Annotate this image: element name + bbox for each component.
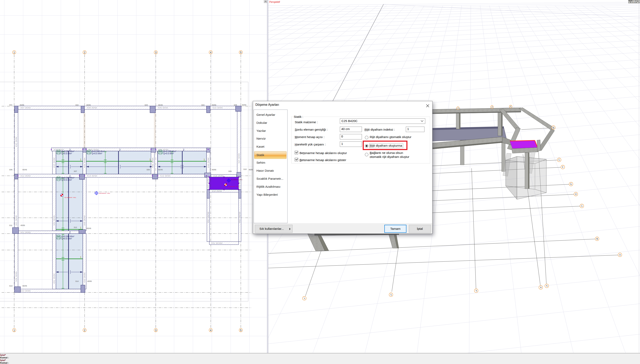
svg-text:2: 2	[84, 51, 85, 54]
svg-text:1: 1	[203, 158, 205, 161]
svg-text:R(J ARMAKAT : R01): R(J ARMAKAT : R01)	[65, 197, 76, 198]
svg-text:3: 3	[155, 51, 157, 54]
svg-text:D18: D18	[159, 150, 162, 152]
svg-text:P03 300/30: P03 300/30	[239, 212, 241, 223]
svg-text:45/65: 45/65	[242, 104, 246, 106]
svg-text:d=18: d=18	[57, 152, 60, 154]
svg-text:K54 30/60: K54 30/60	[84, 158, 86, 168]
svg-text:K15 25/50: K15 25/50	[213, 175, 224, 177]
svg-text:4: 4	[210, 51, 211, 54]
svg-text:S12: S12	[74, 226, 77, 228]
svg-text:45/65: 45/65	[87, 280, 92, 282]
svg-text:Perspektif: Perspektif	[269, 0, 280, 4]
svg-text:65/45: 65/45	[158, 104, 163, 106]
svg-text:K35 30/60: K35 30/60	[84, 215, 86, 225]
svg-text:2: 2	[69, 231, 71, 234]
svg-text:K14 30/60: K14 30/60	[160, 175, 170, 177]
svg-text:K21 30/60: K21 30/60	[21, 232, 31, 234]
svg-text:65/45: 65/45	[158, 169, 163, 171]
svg-text:3: 3	[155, 329, 157, 332]
svg-text:D20: D20	[57, 235, 60, 237]
svg-text:K10 30/60: K10 30/60	[213, 107, 223, 109]
svg-text:K09 30/60: K09 30/60	[158, 107, 168, 109]
svg-text:Q=0.5 tf/m²: Q=0.5 tf/m²	[163, 152, 174, 155]
svg-text:S02: S02	[75, 104, 79, 106]
svg-text:65/45: 65/45	[23, 285, 27, 287]
svg-text:1: 1	[80, 226, 81, 229]
svg-text:2: 2	[84, 329, 85, 332]
svg-text:K34 30/60: K34 30/60	[84, 272, 86, 282]
svg-text:K55 30/60: K55 30/60	[152, 158, 154, 168]
svg-text:P01 30/360: P01 30/360	[211, 242, 223, 244]
svg-text:S14: S14	[75, 280, 79, 282]
svg-text:Q=0.5 tf/m²: Q=0.5 tf/m²	[61, 152, 72, 155]
svg-text:45/65: 45/65	[86, 104, 91, 106]
svg-text:1: 1	[14, 329, 15, 332]
svg-text:S01: S01	[9, 104, 13, 106]
svg-text:K24 30/60: K24 30/60	[21, 290, 31, 292]
svg-text:K13 30/60: K13 30/60	[87, 175, 97, 177]
svg-text:K19 25/50: K19 25/50	[212, 190, 222, 192]
svg-text:S04: S04	[201, 104, 204, 106]
svg-text:K12 30/60: K12 30/60	[21, 175, 31, 177]
svg-text:S13: S13	[9, 285, 13, 287]
svg-text:S11: S11	[9, 224, 12, 226]
svg-text:d=18: d=18	[57, 179, 60, 181]
svg-text:5: 5	[240, 329, 242, 332]
svg-text:K32 30/60: K32 30/60	[15, 137, 17, 147]
svg-text:S06: S06	[9, 169, 13, 171]
svg-text:S03: S03	[145, 104, 148, 106]
svg-text:P02 300/30: P02 300/30	[207, 212, 209, 223]
svg-text:1: 1	[149, 158, 151, 161]
svg-text:Q=0.5 tf/m²: Q=0.5 tf/m²	[92, 152, 102, 155]
svg-text:D16: D16	[57, 150, 60, 152]
svg-text:45/65: 45/65	[212, 169, 216, 171]
svg-text:5: 5	[240, 51, 242, 54]
svg-text:45/65: 45/65	[212, 104, 216, 106]
svg-text:1: 1	[80, 256, 81, 259]
svg-text:K07 30/60: K07 30/60	[21, 107, 31, 109]
svg-text:Q=0.5 tf/m²: Q=0.5 tf/m²	[61, 238, 72, 240]
svg-text:K30 30/60: K30 30/60	[15, 272, 17, 282]
svg-text:K52 30/60: K52 30/60	[53, 215, 55, 225]
svg-text:K31 30/60: K31 30/60	[15, 215, 17, 225]
svg-text:D19: D19	[57, 176, 60, 178]
svg-text:K53 30/60: K53 30/60	[53, 158, 55, 168]
svg-text:5: 5	[510, 105, 511, 108]
svg-text:K44 30/60: K44 30/60	[207, 158, 209, 168]
svg-text:4: 4	[210, 329, 211, 332]
svg-text:R(J ARMAKAT : R01): R(J ARMAKAT : R01)	[231, 179, 242, 180]
svg-text:S07: S07	[74, 170, 77, 172]
svg-text:R(J ARMAKAT : R01): R(J ARMAKAT : R01)	[228, 186, 239, 187]
svg-text:d=18: d=18	[158, 152, 162, 154]
svg-text:4: 4	[491, 106, 492, 108]
svg-text:1: 1	[633, 0, 635, 3]
svg-text:1: 1	[80, 158, 81, 161]
svg-text:45/65: 45/65	[249, 169, 253, 171]
svg-text:K47 30/60: K47 30/60	[238, 153, 240, 163]
svg-text:45/65: 45/65	[20, 104, 24, 106]
svg-text:d=18: d=18	[57, 238, 60, 240]
svg-text:S10: S10	[243, 168, 247, 170]
svg-text:65/45: 65/45	[87, 227, 91, 230]
svg-text:K08 30/60: K08 30/60	[87, 107, 97, 109]
svg-text:K51 30/60: K51 30/60	[53, 274, 55, 284]
svg-text:S05: S05	[234, 104, 237, 106]
svg-text:45/65: 45/65	[21, 224, 25, 226]
svg-text:d=18: d=18	[87, 152, 91, 154]
svg-text:D17: D17	[87, 150, 91, 152]
svg-text:Q=0.5 tf/m²: Q=0.5 tf/m²	[61, 179, 72, 181]
svg-text:S08: S08	[147, 169, 150, 171]
svg-text:2: 2	[119, 148, 121, 151]
svg-text:2: 2	[183, 148, 184, 151]
svg-text:1: 1	[14, 51, 15, 54]
svg-text:3: 3	[457, 107, 459, 109]
svg-text:65/45: 65/45	[23, 169, 27, 171]
svg-text:(MAXIMAKAT : R01): (MAXIMAKAT : R01)	[99, 193, 110, 194]
svg-text:S09: S09	[228, 170, 232, 172]
